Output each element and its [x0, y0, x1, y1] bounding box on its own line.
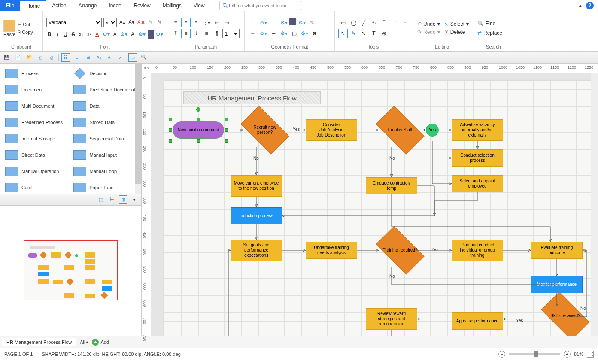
node-n16[interactable]: Evaluate training outcome: [531, 242, 583, 259]
node-n12[interactable]: Set goals and performance expectations: [231, 240, 282, 261]
begin-arrow-menu[interactable]: ⚙▾: [258, 18, 268, 27]
subscript-button[interactable]: x₂: [78, 30, 85, 39]
shape-lib-manual-loop[interactable]: Manual Loop: [72, 165, 138, 178]
paste-button[interactable]: Paste: [3, 20, 15, 37]
qa-button-8[interactable]: ⊞: [84, 53, 92, 62]
replace-button[interactable]: ⇄Replace: [476, 29, 504, 37]
copy-button[interactable]: ⎘Copy: [17, 29, 33, 35]
canvas-area[interactable]: HR Management Process Flow New position …: [151, 73, 598, 336]
qa-button-6[interactable]: ☷: [61, 53, 70, 62]
shape-lib-predefined-document[interactable]: Predefined Document: [72, 83, 138, 96]
shape-fill-menu[interactable]: ⚙▾: [297, 18, 307, 27]
pan-btn-2[interactable]: ⊢: [108, 195, 116, 204]
shape-lib-sequencial-data[interactable]: Sequencial Data: [72, 132, 138, 145]
clear-format-button[interactable]: A✖: [137, 18, 146, 27]
menu-mailings[interactable]: Mailings: [157, 0, 188, 11]
help-icon[interactable]: ?: [586, 2, 594, 9]
shape-lib-decision[interactable]: Decision: [72, 67, 138, 80]
line-style-button[interactable]: —: [269, 18, 278, 27]
shape-lib-manual-operation[interactable]: Manual Operation: [3, 165, 70, 178]
canvas-scrollbar-vertical[interactable]: [591, 73, 598, 336]
zoom-slider[interactable]: [509, 353, 560, 355]
node-n1[interactable]: New position required: [173, 121, 224, 139]
pan-btn-menu[interactable]: ▾: [130, 195, 139, 204]
shrink-font-button[interactable]: A▾: [127, 18, 135, 27]
align-right-button[interactable]: ≡: [191, 18, 201, 27]
shadow-button[interactable]: ▢: [289, 29, 299, 38]
end-arrow-button[interactable]: →: [248, 29, 258, 38]
collapse-ribbon-icon[interactable]: ▴: [579, 3, 582, 8]
shape-line-button[interactable]: ╱: [359, 18, 368, 27]
fill-color-button[interactable]: [148, 30, 154, 39]
delete-button[interactable]: ✕Delete: [443, 28, 467, 36]
select-button[interactable]: ↖Select▾: [443, 20, 471, 28]
increase-indent-button[interactable]: ⇥: [222, 18, 232, 27]
menu-home[interactable]: Home: [20, 0, 46, 11]
shape-lib-manual-input[interactable]: Manual Input: [72, 149, 138, 161]
menu-file[interactable]: File: [0, 0, 20, 11]
node-n11[interactable]: Induction process: [231, 207, 282, 224]
pencil-tool-button[interactable]: ✎: [349, 29, 358, 38]
qa-button-5[interactable]: ⎙: [47, 53, 56, 62]
node-n17[interactable]: Monitor performance: [531, 276, 583, 293]
pan-btn-1[interactable]: ⬚: [97, 195, 105, 204]
zoom-out-button[interactable]: −: [498, 351, 505, 358]
shadow-menu[interactable]: ⚙▾: [300, 29, 309, 38]
paragraph-mark-button[interactable]: ¶: [212, 29, 222, 38]
justify-button[interactable]: ≡: [202, 29, 211, 38]
find-button[interactable]: 🔍Find: [476, 20, 504, 27]
zoom-in-button[interactable]: +: [564, 351, 571, 358]
qa-button-7[interactable]: ≡: [73, 53, 81, 62]
all-pages-button[interactable]: All▴: [80, 339, 88, 345]
shape-lib-predefined-process[interactable]: Predefined Process: [3, 116, 70, 129]
node-n19[interactable]: Appraise performance: [452, 312, 503, 330]
line-spacing-select[interactable]: 1: [222, 29, 240, 38]
text-fill-button[interactable]: A: [112, 30, 118, 39]
fill-color-menu[interactable]: ⚙▾: [155, 30, 164, 39]
decrease-indent-button[interactable]: ⇤: [212, 18, 222, 27]
align-left-button[interactable]: ≡: [171, 18, 180, 27]
shape-connector-button[interactable]: ⤴: [390, 18, 399, 27]
library-scrollbar[interactable]: [135, 64, 141, 194]
align-center-button[interactable]: ≡: [181, 18, 191, 27]
bullets-button[interactable]: ⋮▾: [202, 18, 211, 27]
qa-new-button[interactable]: 📄: [14, 53, 22, 62]
pan-tool-button[interactable]: ⊕: [379, 29, 389, 38]
undo-button[interactable]: ↶Undo▾: [416, 20, 442, 28]
line-weight-button[interactable]: ━: [269, 29, 278, 38]
shape-lib-direct-data[interactable]: Direct Data: [3, 149, 70, 161]
node-n3[interactable]: ConsiderJob AnalysisJob Description: [306, 119, 357, 141]
node-n13[interactable]: Undertake training needs analysis: [306, 242, 357, 259]
underline-button[interactable]: U: [62, 30, 69, 39]
italic-button[interactable]: I: [55, 30, 61, 39]
redo-button[interactable]: ↷Redo▾: [416, 28, 442, 36]
shape-lib-process[interactable]: Process: [3, 67, 70, 80]
format-painter-button[interactable]: ✎: [156, 18, 164, 27]
shape-rect-button[interactable]: ▭: [338, 18, 348, 27]
shape-ellipse-button[interactable]: ◯: [349, 18, 358, 27]
shape-lib-stored-data[interactable]: Stored Data: [72, 116, 138, 129]
text-tool-button[interactable]: T: [369, 29, 379, 38]
shape-bezier-button[interactable]: ∿: [369, 18, 379, 27]
strike-button[interactable]: S: [70, 30, 77, 39]
text-outline-button[interactable]: A: [130, 30, 136, 39]
eyedropper-button[interactable]: ✎: [307, 18, 317, 27]
page-thumbnail[interactable]: [0, 205, 141, 336]
shape-fill-button[interactable]: [289, 18, 296, 25]
qa-button-12[interactable]: ▭: [128, 53, 137, 62]
add-page-button[interactable]: +Add: [92, 339, 109, 346]
shape-polyline-button[interactable]: ⌐: [400, 18, 410, 27]
menu-view[interactable]: View: [188, 0, 211, 11]
end-arrow-menu[interactable]: ⚙▾: [258, 29, 268, 38]
shape-lib-document[interactable]: Document: [3, 83, 70, 96]
pointer-tool-button[interactable]: ↖: [338, 29, 348, 38]
node-n20[interactable]: Review reward strategies and remuneratio…: [366, 308, 417, 330]
valign-top-button[interactable]: ⤒: [171, 29, 180, 38]
shape-lib-card[interactable]: Card: [3, 181, 70, 194]
qa-zoom-button[interactable]: 🔍: [140, 53, 148, 62]
shape-lib-paper-tape[interactable]: Paper Tape: [72, 181, 138, 194]
valign-middle-button[interactable]: ≡: [181, 29, 191, 38]
bold-button[interactable]: B: [46, 30, 53, 39]
fit-page-button[interactable]: ⛶: [587, 351, 594, 358]
cut-button[interactable]: ✂Cut: [17, 21, 33, 28]
